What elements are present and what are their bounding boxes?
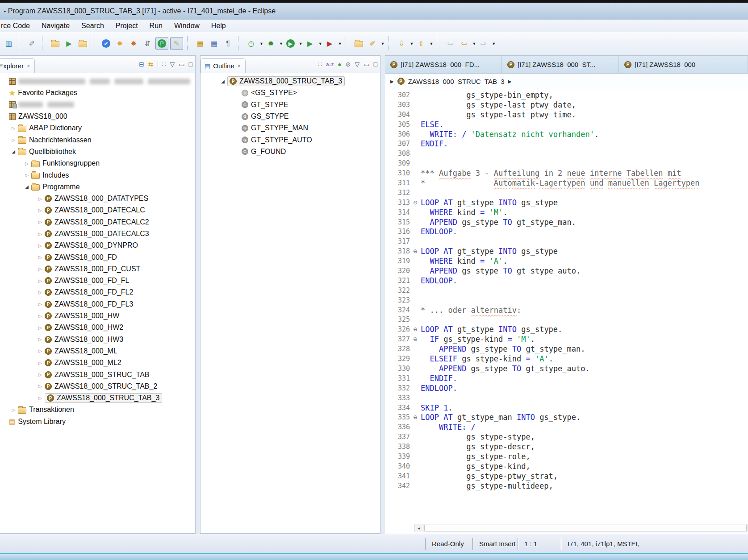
- tree-item-system library[interactable]: ▤System Library: [0, 416, 195, 427]
- fold-marker-icon[interactable]: ⊖: [412, 198, 419, 208]
- show-annotations-icon[interactable]: ●: [338, 61, 341, 67]
- expand-arrow-icon[interactable]: ▷: [36, 232, 45, 236]
- editor-tab-selected[interactable]: P[I71] ZAWSS18_000_ST...: [502, 56, 619, 73]
- expand-arrow-icon[interactable]: ▷: [36, 302, 45, 307]
- fold-marker-icon[interactable]: ⊖: [412, 247, 419, 257]
- sort-icon[interactable]: a↓z: [326, 62, 334, 67]
- open-development-object-icon[interactable]: [49, 37, 61, 50]
- focus-icon[interactable]: ∷: [162, 61, 166, 67]
- editor-tab[interactable]: P[I71] ZAWSS18_000_FD...: [385, 56, 502, 73]
- expand-arrow-icon[interactable]: ▷: [36, 396, 45, 401]
- inspect-pointer-icon[interactable]: ✐: [26, 37, 38, 50]
- tree-item-zawss18_000_struc_tab_3[interactable]: ▷PZAWSS18_000_STRUC_TAB_3: [0, 392, 195, 404]
- open-sap-gui-icon[interactable]: ▥: [3, 37, 15, 50]
- tree-item-zawss18_000_dynpro[interactable]: ▷PZAWSS18_000_DYNPRO: [0, 240, 195, 251]
- tree-item-zawss18_000_fd_fl3[interactable]: ▷PZAWSS18_000_FD_FL3: [0, 299, 195, 310]
- menu-item-search[interactable]: Search: [75, 21, 110, 31]
- format-icon[interactable]: ¶: [222, 37, 234, 50]
- profile-as-icon[interactable]: ◴: [245, 37, 257, 50]
- expand-arrow-icon[interactable]: ▷: [36, 384, 45, 389]
- collapse-all-icon[interactable]: ⊟: [139, 61, 144, 67]
- tree-item-transaktionen[interactable]: ▷Transaktionen: [0, 404, 195, 415]
- dropdown-arrow-icon[interactable]: ▼: [381, 41, 385, 46]
- expand-arrow-icon[interactable]: ▷: [36, 196, 45, 201]
- close-icon[interactable]: ×: [27, 63, 30, 69]
- outline-item-zawss18_000_struc_tab_3[interactable]: ◢PZAWSS18_000_STRUC_TAB_3: [211, 75, 380, 87]
- close-icon[interactable]: ×: [238, 63, 241, 69]
- maximize-icon[interactable]: □: [374, 61, 377, 67]
- tree-item-zawss18_000_hw[interactable]: ▷PZAWSS18_000_HW: [0, 310, 195, 322]
- menu-item-window[interactable]: Window: [168, 21, 205, 31]
- tree-item-quellbibliothek[interactable]: ◢Quellbibliothek: [0, 146, 195, 158]
- expand-arrow-icon[interactable]: ▷: [36, 243, 45, 248]
- minimize-icon[interactable]: ▭: [179, 61, 184, 67]
- view-menu-icon[interactable]: ▽: [355, 61, 360, 67]
- outline-item-gs_stype[interactable]: <GS_STYPE>: [211, 87, 380, 99]
- dropdown-arrow-icon[interactable]: ▼: [410, 41, 414, 46]
- tree-item-zawss18_000_ml[interactable]: ▷PZAWSS18_000_ML: [0, 345, 195, 357]
- debug-as-icon[interactable]: ✹: [265, 37, 277, 50]
- run-development-object-icon[interactable]: ▶: [63, 37, 75, 50]
- menu-item-navigate[interactable]: Navigate: [36, 21, 75, 31]
- tree-item-programme[interactable]: ◢Programme: [0, 181, 195, 193]
- tab-outline[interactable]: ▤ Outline ×: [201, 58, 246, 73]
- minimize-icon[interactable]: ▭: [364, 61, 369, 67]
- breadcrumb[interactable]: ▶ P ZAWSS18_000_STRUC_TAB_3 ▶: [385, 74, 748, 89]
- expand-arrow-icon[interactable]: ▷: [36, 255, 45, 260]
- maximize-icon[interactable]: □: [189, 61, 192, 67]
- menu-item-rce-code[interactable]: rce Code: [0, 21, 36, 31]
- tree-item[interactable]: [0, 99, 195, 111]
- activate-all-icon[interactable]: ✸: [114, 37, 126, 50]
- expand-arrow-icon[interactable]: ▷: [36, 290, 45, 295]
- tree-item-favorite packages[interactable]: ★Favorite Packages: [0, 87, 195, 99]
- expand-arrow-icon[interactable]: ▷: [36, 337, 45, 342]
- back-disabled-icon[interactable]: ⇦: [444, 37, 456, 50]
- scrollbar-thumb[interactable]: [424, 525, 747, 531]
- expand-arrow-icon[interactable]: ▷: [36, 348, 45, 353]
- dropdown-arrow-icon[interactable]: ▼: [492, 41, 496, 46]
- dropdown-arrow-icon[interactable]: ▼: [318, 41, 322, 46]
- tree-item-zawss18_000_hw3[interactable]: ▷PZAWSS18_000_HW3: [0, 334, 195, 345]
- external-tools-icon[interactable]: ▶: [324, 37, 336, 50]
- tree-item-funktionsgruppen[interactable]: ▷Funktionsgruppen: [0, 158, 195, 169]
- tree-item-zawss18_000_datatypes[interactable]: ▷PZAWSS18_000_DATATYPES: [0, 193, 195, 204]
- tree-item-zawss18_000[interactable]: ZAWSS18_000: [0, 111, 195, 122]
- pretty-printer-icon[interactable]: ▤: [194, 37, 206, 50]
- expand-arrow-icon[interactable]: ▷: [36, 372, 45, 377]
- view-menu-icon[interactable]: ▽: [170, 61, 175, 67]
- activate-icon[interactable]: ✔: [100, 37, 112, 50]
- outline-item-gt_stype_man[interactable]: GGT_STYPE_MAN: [211, 122, 380, 134]
- expand-arrow-icon[interactable]: ▷: [36, 266, 45, 271]
- check-development-object-icon[interactable]: [77, 37, 89, 50]
- where-used-list-icon[interactable]: P: [155, 37, 168, 50]
- tree-item-zawss18_000_hw2[interactable]: ▷PZAWSS18_000_HW2: [0, 322, 195, 333]
- tab-project-explorer[interactable]: t Explorer ×: [0, 58, 35, 73]
- tree-item-zawss18_000_datecalc3[interactable]: ▷PZAWSS18_000_DATECALC3: [0, 228, 195, 240]
- tree-item[interactable]: [0, 75, 195, 87]
- collapse-arrow-icon[interactable]: ◢: [22, 184, 31, 189]
- expand-arrow-icon[interactable]: ▷: [36, 208, 45, 213]
- focus-icon[interactable]: ∷: [318, 61, 322, 67]
- tree-item-zawss18_000_fd_cust[interactable]: ▷PZAWSS18_000_FD_CUST: [0, 263, 195, 275]
- expand-arrow-icon[interactable]: ▷: [22, 173, 31, 178]
- expand-arrow-icon[interactable]: ▷: [36, 278, 45, 283]
- export-icon[interactable]: ⇧: [415, 37, 427, 50]
- open-resource-icon[interactable]: [353, 37, 365, 50]
- forward-disabled-icon[interactable]: ⇨: [477, 37, 489, 50]
- outline-item-gt_stype_auto[interactable]: GGT_STYPE_AUTO: [211, 134, 380, 145]
- dropdown-arrow-icon[interactable]: ▼: [299, 41, 303, 46]
- outline-item-gt_stype[interactable]: GGT_STYPE: [211, 99, 380, 111]
- expand-arrow-icon[interactable]: ▷: [9, 137, 18, 142]
- expand-arrow-icon[interactable]: ▷: [36, 314, 45, 319]
- source-view-icon[interactable]: ▤: [208, 37, 220, 50]
- tree-item-zawss18_000_struc_tab_2[interactable]: ▷PZAWSS18_000_STRUC_TAB_2: [0, 381, 195, 392]
- run-configurations-icon[interactable]: ▶: [304, 37, 316, 50]
- horizontal-scrollbar[interactable]: ◂: [414, 524, 748, 532]
- outline-item-gs_stype[interactable]: GGS_STYPE: [211, 111, 380, 122]
- mass-activate-icon[interactable]: ✸: [128, 37, 140, 50]
- highlight-occurrences-icon[interactable]: ✎: [170, 37, 183, 50]
- dropdown-arrow-icon[interactable]: ▼: [429, 41, 433, 46]
- code-editor[interactable]: 302 gs_stype-bin_empty,303 gs_stype-last…: [385, 89, 748, 534]
- chevron-right-icon[interactable]: ▶: [390, 79, 394, 84]
- expand-arrow-icon[interactable]: ▷: [22, 161, 31, 166]
